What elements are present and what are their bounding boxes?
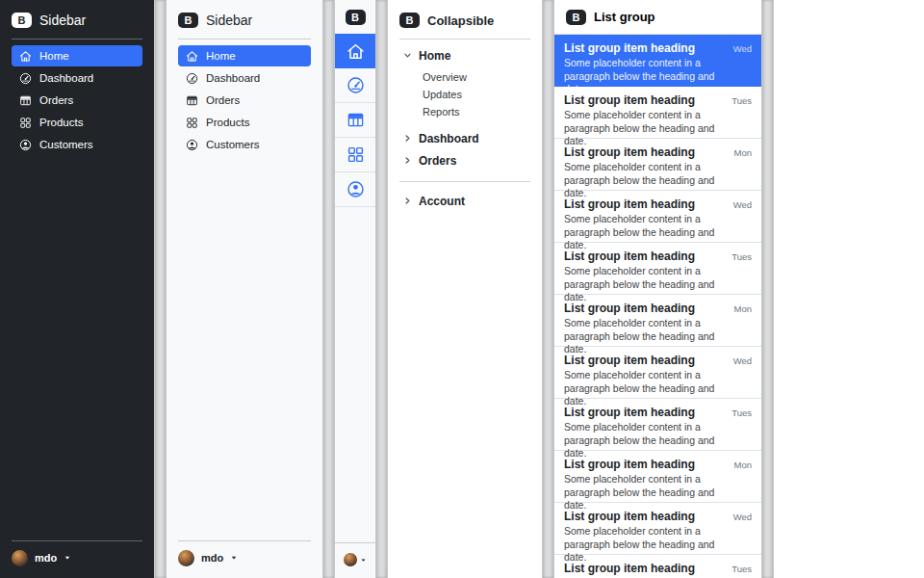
list-group-item[interactable]: List group item headingTuesSome placehol… [554, 555, 761, 578]
sidebar-item-label: Orders [39, 94, 73, 106]
sidebar-item-customers[interactable]: Customers [12, 134, 142, 155]
sidebar-item-orders[interactable]: Orders [178, 90, 311, 111]
submenu-item-updates[interactable]: Updates [423, 86, 530, 103]
sidebar-nav: HomeDashboardOrdersProductsCustomers [12, 45, 142, 155]
sidebar-item-label: Home [206, 50, 236, 62]
list-item-heading: List group item heading [564, 93, 695, 107]
list-group-item[interactable]: List group item headingWedSome placehold… [554, 347, 761, 399]
caret-down-icon [230, 554, 238, 562]
bootstrap-logo-icon: B [346, 10, 366, 25]
list-item-day: Tues [732, 95, 752, 106]
user-menu[interactable]: mdo [178, 547, 311, 568]
house-icon [19, 50, 32, 63]
brand-link[interactable]: B Collapsible [399, 10, 530, 31]
collapse-toggle-account[interactable]: Account [399, 191, 530, 211]
list-item-heading: List group item heading [564, 458, 695, 471]
list-group-item[interactable]: List group item headingMonSome placehold… [554, 139, 761, 191]
list-group-item[interactable]: List group item headingMonSome placehold… [554, 451, 761, 503]
icon-nav-products[interactable] [335, 138, 375, 172]
brand-link[interactable]: B List group [554, 0, 761, 35]
empty-content-area [774, 0, 924, 578]
sidebar-item-orders[interactable]: Orders [12, 90, 142, 111]
section-label: Orders [419, 154, 456, 168]
list-group-item[interactable]: List group item headingWedSome placehold… [554, 503, 761, 555]
sidebar-item-label: Dashboard [39, 72, 93, 84]
divider [399, 181, 530, 182]
example-divider [375, 0, 388, 578]
submenu-item-overview[interactable]: Overview [423, 68, 530, 86]
brand-link[interactable]: B [335, 0, 375, 34]
table-icon [19, 94, 32, 107]
bootstrap-logo-icon: B [399, 13, 420, 28]
table-icon [346, 111, 365, 129]
list-item-day: Mon [734, 147, 752, 158]
sidebar-item-customers[interactable]: Customers [178, 134, 311, 155]
list-group-item[interactable]: List group item headingTuesSome placehol… [554, 243, 761, 295]
icon-nav-orders[interactable] [335, 103, 375, 138]
bootstrap-logo-icon: B [178, 13, 198, 28]
collapse-toggle-dashboard[interactable]: Dashboard [399, 128, 530, 148]
submenu-item-reports[interactable]: Reports [423, 103, 530, 120]
collapse-toggle-home[interactable]: Home [399, 45, 530, 66]
grid-icon [346, 145, 365, 164]
caret-down-icon [64, 554, 71, 562]
sidebar-list-group: B List group List group item headingWedS… [554, 0, 761, 578]
user-menu[interactable] [335, 542, 375, 578]
person-circle-icon [19, 139, 32, 151]
person-circle-icon [346, 180, 365, 198]
icon-nav [335, 34, 375, 207]
person-circle-icon [186, 139, 198, 151]
sidebar-item-products[interactable]: Products [12, 112, 142, 133]
section-label: Dashboard [419, 132, 479, 145]
sidebar-item-dashboard[interactable]: Dashboard [178, 67, 311, 89]
submenu: OverviewUpdatesReports [399, 68, 530, 120]
list-item-heading: List group item heading [564, 562, 695, 575]
list-item-day: Wed [733, 355, 752, 366]
list-group-item[interactable]: List group item headingWedSome placehold… [554, 35, 761, 87]
list-item-day: Tues [732, 407, 752, 418]
sidebar-item-label: Customers [39, 139, 93, 150]
chevron-right-icon [403, 134, 412, 143]
sidebar-item-label: Home [39, 50, 69, 62]
bootstrap-logo-icon: B [12, 13, 32, 28]
list-item-day: Tues [732, 251, 752, 262]
chevron-right-icon [403, 197, 412, 205]
icon-nav-customers[interactable] [335, 172, 375, 207]
sidebar-item-label: Orders [206, 94, 240, 106]
sidebar-title: Collapsible [427, 13, 494, 28]
sidebar-nav: HomeDashboardOrdersProductsCustomers [178, 45, 311, 155]
sidebar-item-label: Products [39, 117, 83, 128]
list-group-item[interactable]: List group item headingMonSome placehold… [554, 295, 761, 347]
sidebar-item-home[interactable]: Home [12, 45, 142, 66]
sidebar-dark: B Sidebar HomeDashboardOrdersProductsCus… [0, 0, 154, 578]
brand-link[interactable]: B Sidebar [12, 10, 142, 31]
grid-icon [19, 117, 32, 129]
brand-link[interactable]: B Sidebar [178, 10, 311, 31]
sidebar-item-label: Dashboard [206, 72, 260, 84]
example-divider [154, 0, 167, 578]
user-name: mdo [35, 552, 57, 564]
user-name: mdo [201, 552, 223, 564]
sidebar-light: B Sidebar HomeDashboardOrdersProductsCus… [167, 0, 322, 578]
list-item-day: Wed [733, 43, 752, 54]
speedometer-icon [19, 72, 32, 85]
list-group-item[interactable]: List group item headingWedSome placehold… [554, 191, 761, 243]
list-item-heading: List group item heading [564, 406, 695, 419]
sidebar-item-home[interactable]: Home [178, 45, 311, 66]
user-menu[interactable]: mdo [12, 547, 142, 568]
example-divider [542, 0, 554, 578]
collapse-toggle-orders[interactable]: Orders [399, 150, 530, 171]
list-item-day: Wed [733, 512, 752, 522]
avatar [12, 550, 28, 566]
list-item-day: Wed [733, 199, 752, 210]
list-group-item[interactable]: List group item headingTuesSome placehol… [554, 399, 761, 451]
chevron-right-icon [403, 156, 412, 165]
sidebar-icons-only: B [335, 0, 375, 578]
list-item-heading: List group item heading [564, 510, 695, 523]
list-item-heading: List group item heading [564, 197, 695, 211]
icon-nav-home[interactable] [335, 34, 375, 68]
sidebar-item-dashboard[interactable]: Dashboard [12, 67, 142, 89]
sidebar-item-products[interactable]: Products [178, 112, 311, 133]
icon-nav-dashboard[interactable] [335, 68, 375, 103]
list-group-item[interactable]: List group item headingTuesSome placehol… [554, 87, 761, 139]
